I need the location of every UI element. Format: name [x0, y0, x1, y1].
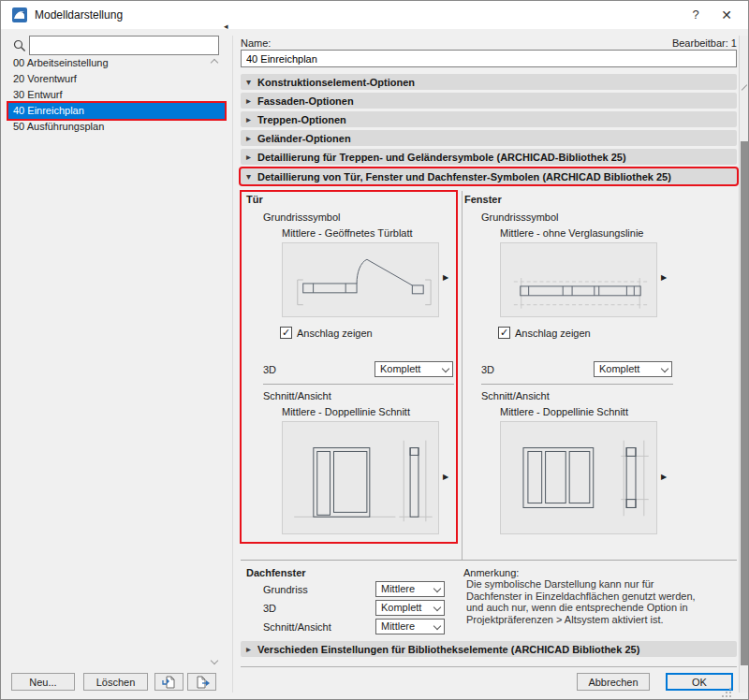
fenster-schnitt-label: Schnitt/Ansicht — [481, 390, 550, 401]
list-item-arbeitseinstellung[interactable]: 00 Arbeitseinstellung — [8, 55, 225, 71]
chevron-down-icon — [433, 586, 440, 592]
tuer-divider — [263, 384, 454, 385]
import-button[interactable] — [154, 673, 184, 691]
name-input[interactable] — [241, 50, 737, 67]
chevron-right-icon: ▸ — [246, 644, 257, 654]
chevron-down-icon — [661, 366, 668, 372]
collapse-panel-icon[interactable]: ◂ — [224, 22, 228, 31]
section-verschieden-einstellungen[interactable]: ▸ Verschieden Einstellungen für Biblioth… — [241, 641, 737, 657]
neu-button[interactable]: Neu... — [11, 673, 75, 691]
fenster-plan-preview[interactable] — [500, 242, 657, 317]
resize-grip[interactable] — [722, 688, 731, 697]
chevron-down-icon — [433, 623, 440, 630]
export-icon — [195, 675, 210, 690]
dachfenster-schnitt-dropdown[interactable]: Mittlere — [375, 619, 445, 634]
chevron-down-icon: ▾ — [246, 77, 257, 87]
tuer-3d-dropdown[interactable]: Komplett — [374, 361, 453, 377]
section-detaillierung-tuer-fenster[interactable]: ▾ Detaillierung von Tür, Fenster und Dac… — [241, 168, 737, 184]
loeschen-button[interactable]: Löschen — [83, 673, 148, 691]
dachfenster-schnitt-label: Schnitt/Ansicht — [263, 621, 331, 633]
anmerkung-title: Anmerkung: — [463, 567, 519, 578]
chevron-down-icon: ▾ — [246, 171, 257, 182]
dachfenster-3d-dropdown[interactable]: Komplett — [375, 600, 445, 616]
section-fassaden[interactable]: ▸ Fassaden-Optionen — [241, 93, 737, 109]
door-elevation-drawing — [283, 422, 438, 533]
column-divider — [462, 191, 463, 560]
tuer-grundrisssymbol-label: Grundrisssymbol — [263, 211, 341, 223]
window-plan-drawing — [501, 243, 656, 316]
abbrechen-button[interactable]: Abbrechen — [577, 673, 650, 691]
fenster-divider — [481, 384, 673, 385]
tuer-anschlag-checkbox[interactable]: ✓ — [280, 327, 292, 339]
chevron-down-icon — [433, 605, 440, 611]
dachfenster-separator — [241, 560, 737, 561]
archicad-app-icon — [12, 7, 27, 22]
tuer-schnitt-preview[interactable] — [282, 421, 439, 534]
list-scroll-up-icon[interactable] — [211, 58, 218, 66]
fenster-schnitt-preview[interactable] — [500, 421, 657, 534]
list-item-vorentwurf[interactable]: 20 Vorentwurf — [8, 71, 225, 87]
title-bar[interactable]: Modelldarstellung ? ✕ — [1, 1, 748, 29]
tuer-plan-value: Mittlere - Geöffnetes Türblatt — [282, 227, 413, 239]
right-scrollbar-thumb[interactable] — [741, 141, 749, 665]
footer-separator — [241, 666, 737, 667]
dachfenster-3d-label: 3D — [263, 603, 276, 614]
fenster-schnitt-flyout-icon[interactable]: ▶ — [661, 474, 667, 481]
tuer-plan-preview[interactable] — [282, 242, 439, 317]
panel-splitter[interactable] — [232, 36, 233, 693]
section-konstruktionselement[interactable]: ▾ Konstruktionselement-Optionen — [241, 74, 737, 90]
dachfenster-grundriss-label: Grundriss — [263, 584, 308, 595]
fenster-plan-value: Mittlere - ohne Verglasungslinie — [500, 227, 643, 239]
fenster-title: Fenster — [464, 194, 502, 205]
modelldarstellung-dialog: Modelldarstellung ? ✕ 00 Arbeitseinstell… — [0, 0, 749, 700]
fenster-anschlag-checkbox[interactable]: ✓ — [498, 327, 510, 339]
section-detaillierung-treppen[interactable]: ▸ Detaillierung für Treppen- und Gelände… — [241, 149, 737, 165]
chevron-right-icon: ▸ — [246, 133, 257, 143]
fenster-plan-flyout-icon[interactable]: ▶ — [661, 274, 667, 282]
chevron-right-icon: ▸ — [246, 114, 257, 124]
door-plan-drawing — [283, 243, 438, 316]
list-item-einreichplan[interactable]: 40 Einreichplan — [8, 103, 225, 119]
help-button[interactable]: ? — [682, 1, 710, 29]
window-elevation-drawing — [501, 422, 656, 533]
section-gelaender[interactable]: ▸ Geländer-Optionen — [241, 130, 737, 146]
editable-count-label: Bearbeitbar: 1 — [609, 37, 737, 49]
fenster-anschlag-label: Anschlag zeigen — [515, 328, 591, 339]
tuer-3d-label: 3D — [263, 364, 276, 375]
chevron-down-icon — [442, 366, 448, 372]
chevron-right-icon: ▸ — [246, 152, 257, 162]
list-item-entwurf[interactable]: 30 Entwurf — [8, 87, 225, 103]
list-scroll-down-icon[interactable] — [211, 656, 218, 664]
search-icon — [13, 39, 26, 52]
fenster-3d-dropdown[interactable]: Komplett — [594, 361, 672, 377]
dachfenster-title: Dachfenster — [246, 567, 306, 578]
tuer-title: Tür — [246, 194, 263, 205]
window-title: Modelldarstellung — [35, 1, 123, 29]
search-input[interactable] — [29, 36, 219, 55]
tuer-schnitt-flyout-icon[interactable]: ▶ — [443, 474, 448, 481]
tuer-plan-flyout-icon[interactable]: ▶ — [443, 274, 448, 282]
tuer-anschlag-label: Anschlag zeigen — [297, 328, 373, 339]
list-item-ausfuehrungsplan[interactable]: 50 Ausführungsplan — [8, 119, 225, 135]
close-button[interactable]: ✕ — [712, 1, 742, 29]
section-treppen[interactable]: ▸ Treppen-Optionen — [241, 111, 737, 127]
fenster-3d-label: 3D — [481, 364, 494, 375]
fenster-schnitt-value: Mittlere - Doppellinie Schnitt — [500, 406, 628, 417]
chevron-right-icon: ▸ — [246, 95, 257, 106]
import-icon — [162, 675, 177, 690]
fenster-grundrisssymbol-label: Grundrisssymbol — [481, 211, 559, 223]
dachfenster-grundriss-dropdown[interactable]: Mittlere — [375, 581, 445, 597]
tuer-schnitt-value: Mittlere - Doppellinie Schnitt — [282, 406, 410, 417]
tuer-schnitt-label: Schnitt/Ansicht — [263, 390, 331, 401]
export-button[interactable] — [187, 673, 216, 691]
name-label: Name: — [241, 37, 271, 49]
anmerkung-text: Die symbolische Darstellung kann nur für… — [466, 578, 705, 625]
